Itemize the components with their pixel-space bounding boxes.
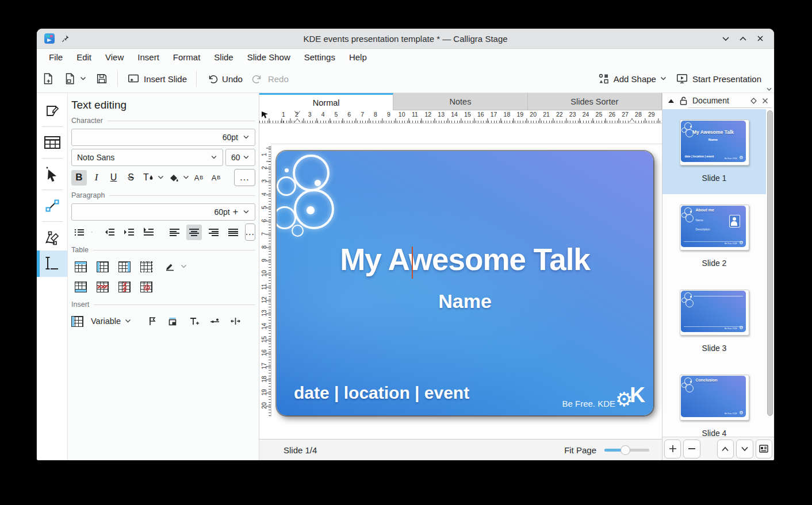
mini-slide: ⚙Be Free. KDEMy Awesome TalkNamedate | l…: [681, 121, 746, 162]
horizontal-ruler[interactable]: 1234567891011121314151617181920212223242…: [259, 110, 662, 124]
indent-marker-right[interactable]: [629, 119, 635, 123]
align-left-button[interactable]: [167, 225, 182, 240]
slide-thumbnail-slide-2[interactable]: ⚙Be Free. KDEAbout meNameDescriptionSlid…: [662, 194, 766, 279]
insert-column-right-button[interactable]: [118, 261, 131, 272]
insert-table-button[interactable]: [71, 316, 83, 327]
edit-shapes-tool[interactable]: [37, 98, 67, 124]
align-center-button[interactable]: [186, 225, 202, 240]
move-slide-up-button[interactable]: [717, 440, 734, 458]
connection-tool[interactable]: [37, 192, 67, 219]
close-button[interactable]: [756, 34, 765, 43]
delete-row-button[interactable]: [97, 282, 109, 292]
add-slide-button[interactable]: [664, 440, 681, 458]
slide-footer-text[interactable]: date | location | event: [294, 383, 469, 403]
insert-row-above-button[interactable]: [75, 261, 87, 272]
slide-editor[interactable]: My Awesome Talk Name date | location | e…: [277, 151, 653, 415]
font-size-combobox[interactable]: 60: [225, 149, 255, 166]
delete-cell-button[interactable]: [140, 282, 152, 292]
insert-slide-button[interactable]: Insert Slide: [122, 69, 191, 88]
default-selection-tool[interactable]: [37, 161, 67, 187]
insert-image-button[interactable]: [166, 314, 181, 329]
slide-canvas[interactable]: 1234567891011121314151617181920 My Aweso…: [259, 124, 662, 439]
vertical-ruler[interactable]: 1234567891011121314151617181920: [259, 145, 271, 417]
zoom-slider[interactable]: [604, 445, 649, 454]
path-editing-tool[interactable]: [37, 224, 67, 250]
variable-dropdown[interactable]: Variable: [91, 317, 131, 326]
new-document-button[interactable]: [37, 69, 59, 88]
menu-slide-show[interactable]: Slide Show: [240, 52, 297, 62]
split-sections-button[interactable]: [228, 314, 243, 329]
undo-button[interactable]: Undo: [201, 69, 247, 88]
save-button[interactable]: [91, 69, 113, 88]
paragraph-style-combobox[interactable]: 60pt: [71, 129, 255, 146]
tab-slides-sorter[interactable]: Slides Sorter: [528, 93, 662, 110]
menu-settings[interactable]: Settings: [297, 52, 342, 62]
slide-title-text[interactable]: My Awesome Talk: [277, 242, 653, 277]
minimize-button[interactable]: [721, 34, 730, 43]
highlight-color-button[interactable]: [166, 170, 181, 186]
slide-thumbnail-slide-1[interactable]: ⚙Be Free. KDEMy Awesome TalkNamedate | l…: [662, 109, 766, 194]
font-color-chevron-icon[interactable]: [158, 175, 164, 180]
paragraph-more-button[interactable]: ...: [245, 223, 255, 241]
strikethrough-button[interactable]: S: [123, 170, 139, 186]
insert-row-below-button[interactable]: [75, 282, 87, 292]
border-pen-chevron-icon[interactable]: [181, 264, 187, 269]
tab-notes[interactable]: Notes: [393, 93, 527, 110]
border-pen-button[interactable]: [162, 259, 178, 275]
menu-edit[interactable]: Edit: [70, 52, 98, 62]
add-shape-button[interactable]: Add Shape: [593, 69, 671, 88]
align-justify-button[interactable]: [225, 225, 241, 240]
zoom-slider-handle[interactable]: [621, 445, 630, 455]
insert-textbox-button[interactable]: [186, 314, 202, 329]
menu-slide[interactable]: Slide: [207, 52, 240, 62]
increase-indent-button[interactable]: [121, 225, 137, 240]
delete-column-button[interactable]: [118, 282, 131, 292]
panel-scrollbar[interactable]: [767, 109, 773, 434]
slide-thumbnail-slide-4[interactable]: ⚙Be Free. KDEConclusionSlide 4: [662, 364, 766, 437]
character-more-button[interactable]: ...: [234, 169, 255, 186]
page-layout-tool[interactable]: [37, 129, 67, 156]
scrollbar-thumb[interactable]: [767, 110, 773, 416]
list-style-button[interactable]: [71, 225, 87, 240]
redo-button[interactable]: Redo: [247, 69, 293, 88]
align-right-button[interactable]: [206, 225, 221, 240]
close-panel-icon[interactable]: [762, 98, 768, 104]
line-spacing-combobox[interactable]: 60pt+: [71, 203, 255, 221]
subscript-button[interactable]: AB: [208, 170, 224, 186]
insert-column-left-button[interactable]: [97, 261, 109, 272]
menu-view[interactable]: View: [98, 52, 131, 62]
font-family-combobox[interactable]: Noto Sans: [71, 149, 223, 166]
menu-file[interactable]: File: [42, 52, 70, 62]
maximize-button[interactable]: [738, 34, 748, 43]
merge-cells-button[interactable]: [140, 261, 152, 272]
underline-button[interactable]: U: [106, 170, 121, 186]
tab-normal[interactable]: Normal: [259, 93, 393, 110]
text-tool[interactable]: [37, 250, 67, 277]
menu-insert[interactable]: Insert: [131, 52, 166, 62]
menu-help[interactable]: Help: [342, 52, 374, 62]
lock-icon[interactable]: [680, 97, 687, 105]
indent-marker-left[interactable]: [294, 119, 300, 123]
font-color-button[interactable]: T: [140, 170, 156, 186]
italic-button[interactable]: I: [89, 170, 104, 186]
menu-format[interactable]: Format: [166, 52, 208, 62]
toolbar-overflow-chevron-icon[interactable]: [767, 87, 772, 91]
bold-button[interactable]: B: [71, 170, 87, 186]
decrease-indent-button[interactable]: [102, 225, 117, 240]
collapse-arrow-icon[interactable]: [668, 98, 675, 103]
insert-line-button[interactable]: [207, 314, 223, 329]
list-style-chevron-icon[interactable]: [91, 230, 93, 234]
delete-slide-button[interactable]: [683, 440, 700, 458]
bookmark-flag-button[interactable]: [145, 314, 160, 329]
first-line-indent-button[interactable]: [141, 225, 156, 240]
zoom-mode-label[interactable]: Fit Page: [564, 445, 596, 455]
slide-thumbnail-slide-3[interactable]: ⚙Be Free. KDESlide 3: [662, 279, 766, 364]
view-details-button[interactable]: [756, 440, 772, 458]
highlight-chevron-icon[interactable]: [183, 175, 189, 180]
slide-subtitle-text[interactable]: Name: [277, 290, 653, 313]
superscript-button[interactable]: AB: [191, 170, 206, 186]
float-panel-icon[interactable]: [750, 98, 757, 104]
open-document-button[interactable]: [59, 69, 91, 88]
move-slide-down-button[interactable]: [736, 440, 753, 458]
start-presentation-button[interactable]: Start Presentation: [671, 69, 766, 88]
